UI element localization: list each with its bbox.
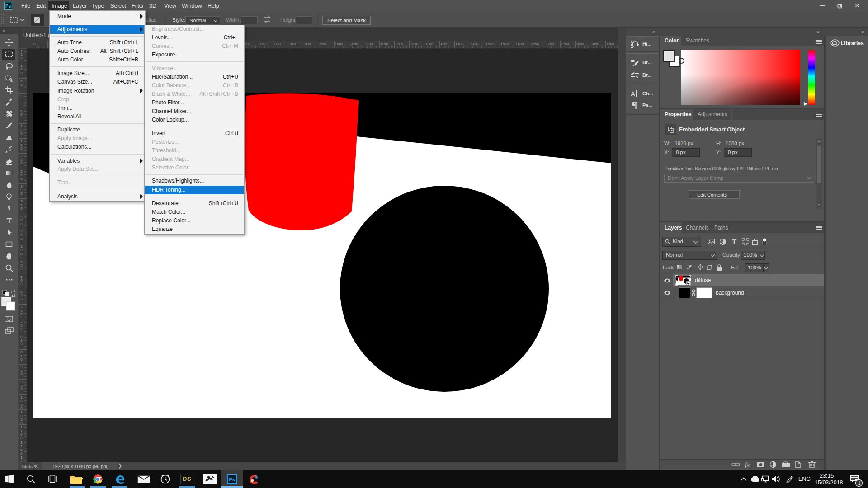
svg-text:Ps: Ps [5,4,11,9]
svg-text:1: 1 [858,480,861,486]
svg-text:fx: fx [745,461,750,468]
svg-text:T: T [732,238,736,245]
svg-text:Ps: Ps [229,477,235,482]
svg-text:T: T [7,217,12,225]
